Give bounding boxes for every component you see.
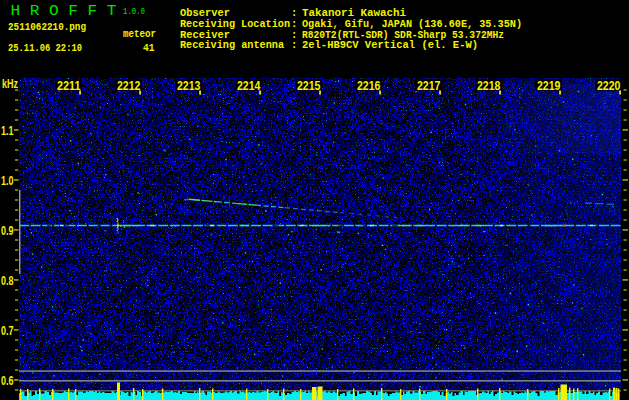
svg-text:2511062210.png: 2511062210.png xyxy=(8,21,86,33)
svg-text:0.8: 0.8 xyxy=(1,274,14,288)
svg-text:2213: 2213 xyxy=(177,79,201,93)
svg-text:2219: 2219 xyxy=(537,79,561,93)
svg-text:1.1: 1.1 xyxy=(1,124,14,138)
svg-text:0.9: 0.9 xyxy=(1,224,14,238)
svg-text:2217: 2217 xyxy=(417,79,441,93)
svg-text:2214: 2214 xyxy=(237,79,261,93)
svg-text:1.0.0: 1.0.0 xyxy=(123,6,145,17)
svg-text:1.0: 1.0 xyxy=(1,174,14,188)
svg-text:2220: 2220 xyxy=(597,79,621,93)
svg-text:2216: 2216 xyxy=(357,79,381,93)
svg-text:0.6: 0.6 xyxy=(1,374,14,388)
svg-text:2212: 2212 xyxy=(117,79,141,93)
svg-text:2215: 2215 xyxy=(297,79,321,93)
svg-text:2211: 2211 xyxy=(57,79,81,93)
svg-text::: : xyxy=(291,39,297,51)
svg-text:H R O F F T: H R O F F T xyxy=(11,3,117,19)
svg-text:2218: 2218 xyxy=(477,79,501,93)
svg-text:25.11.06 22:10: 25.11.06 22:10 xyxy=(8,42,82,54)
svg-text:meteor: meteor xyxy=(123,28,156,40)
svg-text:Receiving antenna: Receiving antenna xyxy=(180,39,285,51)
svg-text:2el-HB9CV Vertical (el. E-W): 2el-HB9CV Vertical (el. E-W) xyxy=(302,39,478,51)
svg-text:kHz: kHz xyxy=(2,76,18,91)
svg-text:41: 41 xyxy=(143,42,155,54)
svg-text:0.7: 0.7 xyxy=(1,324,14,338)
